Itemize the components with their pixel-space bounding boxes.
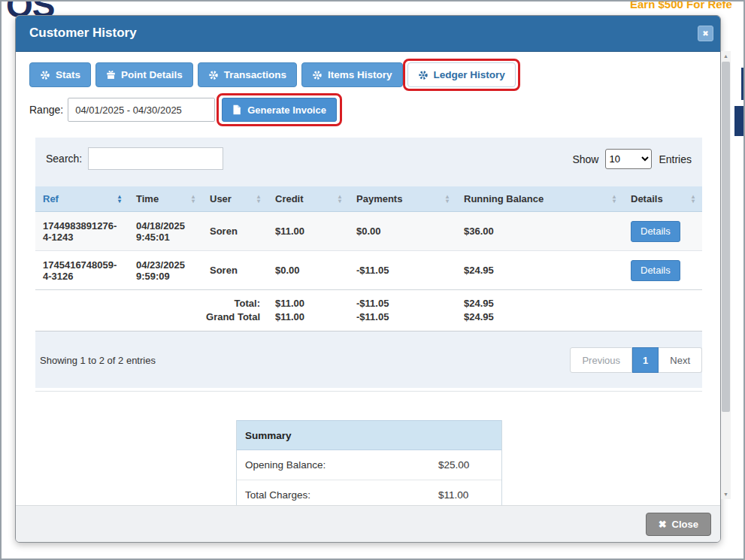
- scroll-up-icon[interactable]: ▲: [721, 51, 731, 61]
- tab-point-details[interactable]: Point Details: [95, 62, 193, 87]
- range-label: Range:: [29, 104, 63, 116]
- sort-icon: ▴▾: [692, 195, 695, 204]
- cell-payments: -$11.05: [349, 251, 456, 290]
- page: OS Earn $500 For Refe Customer History ✖…: [0, 0, 745, 560]
- column-header-credit[interactable]: Credit▴▾: [268, 186, 349, 212]
- summary-row-label: Opening Balance:: [237, 459, 437, 471]
- date-range-input[interactable]: [68, 98, 215, 122]
- cell-credit: $0.00: [268, 251, 349, 290]
- summary-row: Total Charges: $11.00: [237, 480, 501, 505]
- file-icon: [232, 104, 241, 115]
- totals-credit: $11.00 $11.00: [268, 290, 349, 331]
- cell-user: Soren: [202, 251, 268, 290]
- pagination: Previous 1 Next: [570, 347, 702, 373]
- page-length-select[interactable]: 10: [605, 149, 652, 169]
- referral-banner-fragment: Earn $500 For Refe: [630, 0, 732, 11]
- summary-row-value: $25.00: [437, 459, 469, 471]
- ledger-table-panel: Search: Show 10 Entries: [35, 138, 702, 388]
- totals-row: Total: Grand Total $11.00 $11.00 -$11.05…: [35, 290, 702, 331]
- entries-label: Entries: [659, 153, 692, 165]
- column-header-time[interactable]: Time▴▾: [129, 186, 202, 212]
- column-header-ref[interactable]: Ref▴▾: [35, 186, 129, 212]
- tab-bar: Stats Point Details Transactions: [29, 62, 516, 87]
- modal-footer: ✖ Close: [16, 505, 720, 542]
- summary-row: Opening Balance: $25.00: [237, 450, 501, 480]
- summary-row-value: $11.00: [437, 489, 468, 501]
- scroll-down-icon[interactable]: ▼: [721, 489, 731, 499]
- gears-icon: [208, 70, 219, 80]
- tab-items-history[interactable]: Items History: [301, 62, 403, 87]
- tab-label: Stats: [56, 69, 80, 80]
- totals-running-balance: $24.95 $24.95: [456, 290, 623, 331]
- modal-body: Stats Point Details Transactions: [16, 52, 720, 505]
- scrollbar-thumb[interactable]: [722, 62, 730, 412]
- tab-label: Point Details: [121, 69, 183, 80]
- column-header-payments[interactable]: Payments▴▾: [349, 186, 456, 212]
- customer-history-modal: Customer History ✖ Stats Point Details: [15, 15, 721, 543]
- cell-time: 04/23/2025 9:59:09: [129, 251, 202, 290]
- search-label: Search:: [46, 153, 82, 165]
- cell-user: Soren: [202, 212, 268, 251]
- modal-header: Customer History ✖: [16, 16, 720, 52]
- section-divider: [35, 391, 702, 392]
- cell-running-balance: $24.95: [456, 251, 623, 290]
- close-icon: ✖: [659, 519, 667, 530]
- totals-label: Total: Grand Total: [35, 290, 268, 331]
- gears-icon: [418, 70, 429, 80]
- cell-ref: 1745416748059-4-3126: [35, 251, 129, 290]
- tab-ledger-history[interactable]: Ledger History: [407, 62, 516, 87]
- modal-close-icon[interactable]: ✖: [698, 26, 713, 41]
- sort-icon: ▴▾: [257, 195, 260, 204]
- ledger-table: Ref▴▾ Time▴▾ User▴▾ Credit▴▾ Payments▴▾ …: [35, 186, 702, 331]
- cell-ref: 1744983891276-4-1243: [35, 212, 129, 251]
- show-label: Show: [572, 153, 598, 165]
- summary-table: Summary Opening Balance: $25.00 Total Ch…: [236, 420, 502, 505]
- sort-icon: ▴▾: [338, 195, 341, 204]
- table-header-row: Ref▴▾ Time▴▾ User▴▾ Credit▴▾ Payments▴▾ …: [35, 186, 702, 212]
- summary-title: Summary: [237, 420, 501, 450]
- generate-invoice-label: Generate Invoice: [247, 104, 326, 116]
- background-fragment: [734, 106, 745, 136]
- cell-time: 04/18/2025 9:45:01: [129, 212, 202, 251]
- table-row: 1745416748059-4-3126 04/23/2025 9:59:09 …: [35, 251, 702, 290]
- sort-icon: ▴▾: [118, 195, 121, 204]
- sort-icon: ▴▾: [192, 195, 195, 204]
- pagination-previous-button[interactable]: Previous: [570, 347, 632, 373]
- table-row: 1744983891276-4-1243 04/18/2025 9:45:01 …: [35, 212, 702, 251]
- range-row: Range: Generate Invoice: [29, 98, 337, 122]
- tab-label: Ledger History: [434, 69, 505, 80]
- cell-running-balance: $36.00: [456, 212, 623, 251]
- gift-icon: [106, 70, 116, 80]
- details-button[interactable]: Details: [631, 260, 680, 281]
- search-row: Search:: [46, 147, 223, 170]
- tab-transactions[interactable]: Transactions: [198, 62, 297, 87]
- modal-title: Customer History: [29, 26, 137, 41]
- tab-label: Transactions: [224, 69, 286, 80]
- show-entries-group: Show 10 Entries: [572, 149, 692, 169]
- close-button[interactable]: ✖ Close: [646, 513, 711, 536]
- gears-icon: [312, 70, 323, 80]
- pagination-next-button[interactable]: Next: [659, 347, 702, 373]
- column-header-running-balance[interactable]: Running Balance▴▾: [456, 186, 623, 212]
- showing-entries-text: Showing 1 to 2 of 2 entries: [40, 355, 156, 366]
- sort-icon: ▴▾: [446, 195, 449, 204]
- tab-label: Items History: [328, 69, 392, 80]
- cell-payments: $0.00: [349, 212, 456, 251]
- close-label: Close: [672, 519, 698, 530]
- sort-icon: ▴▾: [613, 195, 616, 204]
- details-button[interactable]: Details: [631, 221, 680, 242]
- column-header-user[interactable]: User▴▾: [202, 186, 268, 212]
- totals-payments: -$11.05 -$11.05: [349, 290, 456, 331]
- search-input[interactable]: [88, 147, 223, 170]
- generate-invoice-button[interactable]: Generate Invoice: [222, 98, 337, 122]
- pagination-page-1-button[interactable]: 1: [632, 347, 659, 373]
- column-header-details[interactable]: Details▴▾: [623, 186, 702, 212]
- background-fragment: [741, 68, 745, 100]
- tab-stats[interactable]: Stats: [29, 62, 91, 87]
- summary-row-label: Total Charges:: [237, 489, 437, 501]
- cell-credit: $11.00: [268, 212, 349, 251]
- vertical-scrollbar[interactable]: ▲ ▼: [721, 51, 731, 499]
- gears-icon: [40, 70, 50, 80]
